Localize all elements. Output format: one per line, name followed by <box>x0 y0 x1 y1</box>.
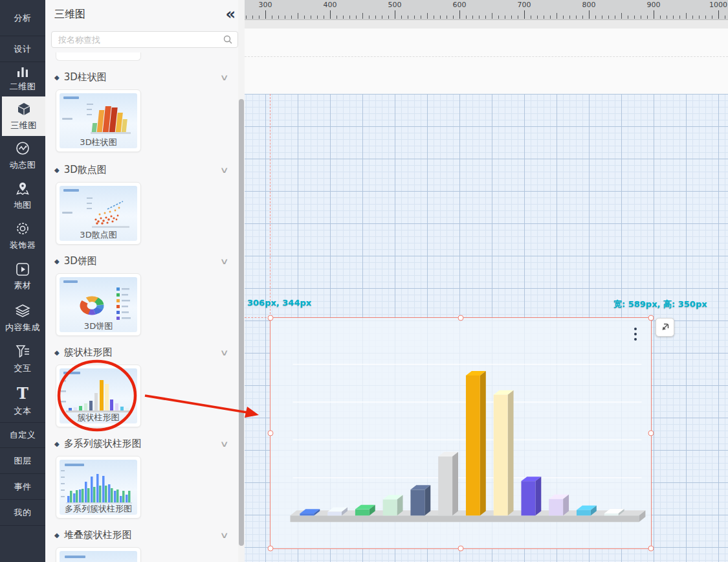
alignment-guide-vertical <box>270 94 270 317</box>
chart-bar <box>604 513 619 515</box>
line-pulse-icon <box>15 140 30 156</box>
sidebar-item-design[interactable]: 设计 <box>0 36 45 62</box>
sidebar-item-interaction[interactable]: 交互 <box>0 339 45 379</box>
section-header-3d-pie[interactable]: ◆ 3D饼图 ∨ <box>54 253 237 269</box>
chart-bar <box>327 512 342 516</box>
sidebar-item-3d-chart[interactable]: 三维图 <box>2 96 45 136</box>
panel-scrollbar-thumb[interactable] <box>239 99 244 546</box>
sidebar-item-text[interactable]: T 文本 <box>0 379 45 422</box>
sidebar-item-map[interactable]: 地图 <box>0 175 45 216</box>
search-box <box>51 31 238 48</box>
chart-bar-side <box>508 390 514 516</box>
ruler-label: 1000 <box>709 1 727 9</box>
sidebar-item-label: 地图 <box>14 199 32 211</box>
template-card-multi-cluster-bar[interactable]: 多系列簇状柱形图 <box>56 456 141 519</box>
resize-handle-top-right[interactable] <box>648 315 654 321</box>
sidebar-item-mine[interactable]: 我的 <box>0 500 45 526</box>
section-label: 多系列簇状柱形图 <box>64 438 222 450</box>
ruler-major-tick <box>459 10 460 19</box>
resize-handle-right-middle[interactable] <box>648 431 654 436</box>
section-header-3d-scatter[interactable]: ◆ 3D散点图 ∨ <box>54 161 237 178</box>
main-sidebar: 分析 设计 二维图 三维图 动态图 地图 <box>0 0 45 562</box>
sidebar-item-content-integration[interactable]: 内容集成 <box>0 297 45 339</box>
widget-menu-kebab-icon[interactable] <box>634 328 637 341</box>
layers-icon <box>14 303 31 319</box>
section-header-stacked-cluster-bar[interactable]: ◆ 堆叠簇状柱形图 ∨ <box>54 526 237 543</box>
chevron-down-icon: ∨ <box>220 73 229 82</box>
chart-bar <box>577 510 591 516</box>
sidebar-item-label: 文本 <box>14 405 32 417</box>
section-header-cluster-bar[interactable]: ◆ 簇状柱形图 ∨ <box>54 344 237 361</box>
resize-arrow-icon <box>659 322 670 333</box>
sidebar-item-label: 分析 <box>14 12 32 24</box>
ruler-major-tick <box>718 10 719 19</box>
sidebar-item-layer[interactable]: 图层 <box>0 448 45 474</box>
app-root: { "sidebar": { "items": [ {"label": "分析"… <box>0 0 728 562</box>
sidebar-item-event[interactable]: 事件 <box>0 474 45 500</box>
ruler-label: 500 <box>388 1 402 9</box>
resize-to-fit-button[interactable] <box>656 318 674 337</box>
sidebar-item-decorator[interactable]: 装饰器 <box>0 216 45 256</box>
chart-bar-side <box>535 477 541 515</box>
template-panel: 三维图 « ◆ 3D柱状图 ∨ <box>45 0 245 562</box>
sidebar-item-analysis[interactable]: 分析 <box>0 0 45 36</box>
resize-handle-left-middle[interactable] <box>268 431 274 436</box>
search-input[interactable] <box>51 31 238 48</box>
resize-handle-bottom-right[interactable] <box>648 546 654 552</box>
text-icon: T <box>14 385 31 402</box>
template-card-cluster-bar[interactable]: 簇状柱形图 <box>56 365 141 427</box>
template-card-partial-top[interactable] <box>56 52 141 61</box>
sidebar-item-label: 装饰器 <box>10 240 36 251</box>
cluster-bar-chart <box>270 318 651 548</box>
sidebar-item-label: 自定义 <box>10 429 36 441</box>
resize-handle-bottom-middle[interactable] <box>458 546 464 552</box>
sidebar-item-label: 内容集成 <box>5 322 40 333</box>
selection-coords-label: 306px, 344px <box>247 298 311 308</box>
resize-handle-bottom-left[interactable] <box>268 546 274 552</box>
section-header-3d-bar[interactable]: ◆ 3D柱状图 ∨ <box>54 69 237 85</box>
diamond-bullet-icon: ◆ <box>54 166 60 174</box>
resize-handle-top-middle[interactable] <box>458 315 464 321</box>
chart-bar <box>494 395 508 516</box>
template-card-3d-pie[interactable]: 3D饼图 <box>56 273 141 336</box>
ruler-major-tick <box>265 10 266 19</box>
sidebar-item-label: 二维图 <box>10 81 36 93</box>
play-icon <box>15 262 30 276</box>
template-card-label: 簇状柱形图 <box>56 412 140 423</box>
search-icon <box>223 34 233 45</box>
chart-bar <box>466 376 480 515</box>
canvas-area: 3004005006007008009001000 306px, 344px 宽… <box>245 0 728 562</box>
page-boundary-dashed-line <box>245 56 728 57</box>
template-card-stacked-cluster-bar[interactable] <box>56 547 141 562</box>
diamond-bullet-icon: ◆ <box>54 258 60 265</box>
chart-bar <box>438 456 452 515</box>
sidebar-item-custom[interactable]: 自定义 <box>0 422 45 448</box>
diamond-bullet-icon: ◆ <box>54 74 60 81</box>
chart-widget-selection[interactable] <box>270 317 652 549</box>
sidebar-item-material[interactable]: 素材 <box>0 256 45 297</box>
decorator-icon <box>15 221 30 236</box>
chart-bar <box>549 499 563 515</box>
template-card-3d-scatter[interactable]: 3D散点图 <box>56 182 141 245</box>
ruler-label: 300 <box>259 1 272 9</box>
panel-header: 三维图 « <box>45 0 245 28</box>
map-pin-icon <box>15 181 30 196</box>
sidebar-item-dynamic-chart[interactable]: 动态图 <box>0 136 45 175</box>
sidebar-item-label: 我的 <box>14 507 32 519</box>
panel-scrollbar[interactable] <box>238 0 245 562</box>
chart-bar-side <box>480 371 486 515</box>
chart-bar <box>410 489 425 515</box>
diamond-bullet-icon: ◆ <box>54 532 60 539</box>
sidebar-item-2d-chart[interactable]: 二维图 <box>0 62 45 96</box>
template-card-3d-bar[interactable]: 3D柱状图 <box>56 89 141 152</box>
collapse-panel-icon[interactable]: « <box>225 8 236 21</box>
sidebar-item-label: 素材 <box>14 280 32 291</box>
canvas-margin-zone <box>245 28 728 94</box>
section-label: 堆叠簇状柱形图 <box>64 529 222 541</box>
sidebar-item-label: 三维图 <box>10 120 37 131</box>
selection-size-label: 宽: 589px, 高: 350px <box>613 298 707 310</box>
ruler-label: 400 <box>324 1 337 9</box>
section-header-multi-cluster-bar[interactable]: ◆ 多系列簇状柱形图 ∨ <box>54 435 237 452</box>
chevron-down-icon: ∨ <box>220 256 229 266</box>
resize-handle-top-left[interactable] <box>268 315 274 321</box>
